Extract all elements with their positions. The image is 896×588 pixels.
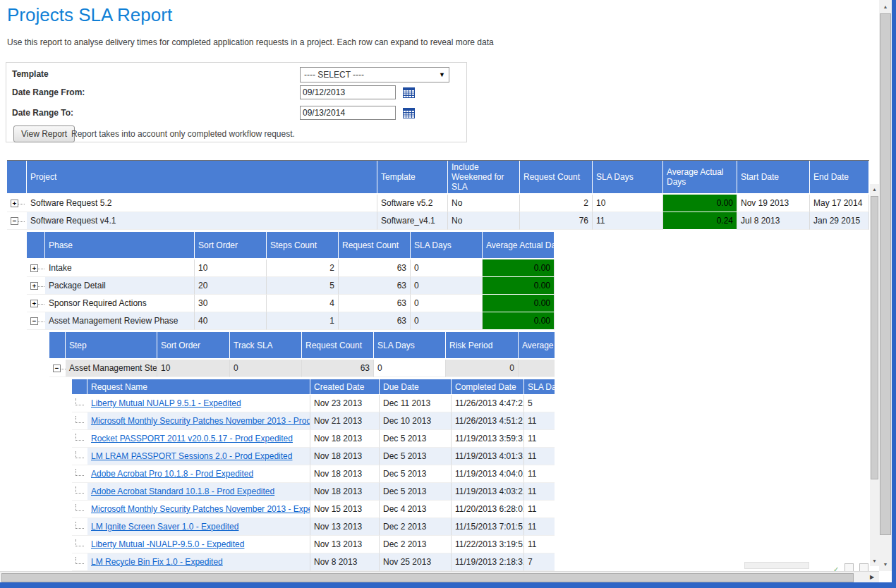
sort-order-cell: 10 [157, 360, 230, 377]
col-template: Template [377, 161, 448, 195]
request-link[interactable]: Adobe Acrobat Standard 10.1.8 - Prod Exp… [91, 486, 274, 496]
window-border-right [892, 0, 896, 588]
completed-date-cell: 11/20/2013 6:28:0... [452, 501, 524, 518]
created-date-cell: Nov 18 2013 [310, 448, 380, 465]
grid-vertical-scrollbar[interactable]: ▲ ▼ [870, 184, 879, 566]
report-page-content: Projects SLA Report Use this report to a… [0, 0, 879, 571]
due-date-cell: Nov 25 2013 [380, 553, 452, 571]
view-report-button[interactable]: View Report [13, 125, 75, 142]
col-sort-order: Sort Order [157, 332, 230, 360]
clipped-footer-box [859, 563, 868, 571]
request-link[interactable]: LM LRAM PASSPORT Sessions 2.0 - Prod Exp… [91, 451, 292, 461]
date-from-calendar-icon[interactable] [403, 87, 416, 99]
tree-leaf-icon [75, 539, 84, 546]
col-request-count: Request Count [339, 232, 411, 259]
request-link[interactable]: LM Recycle Bin Fix 1.0 - Expedited [91, 557, 223, 567]
col-include-weekend: Include Weekened for SLA [448, 161, 520, 195]
clipped-grid-footer: ✓ [744, 562, 875, 570]
include-weekend-cell: No [448, 195, 520, 212]
project-cell: Software Request v4.1 [27, 212, 377, 230]
date-to-input[interactable] [300, 106, 396, 120]
phase-row: + Sponsor Required Actions 30 4 63 0 0.0… [27, 295, 555, 312]
phase-cell: Sponsor Required Actions [45, 295, 195, 312]
sla-days-cell: 11 [524, 518, 555, 536]
scroll-down-arrow-icon[interactable]: ▼ [870, 556, 879, 566]
request-link[interactable]: Rocket PASSPORT 2011 v20.0.5.17 - Prod E… [91, 434, 293, 443]
scroll-right-arrow-icon[interactable]: ▶ [867, 572, 877, 582]
request-link[interactable]: Liberty Mutual -NUALP-9.5.0 - Expedited [91, 539, 244, 549]
tree-leaf-icon [75, 504, 84, 511]
due-date-cell: Dec 5 2013 [380, 465, 452, 483]
collapse-icon[interactable]: − [53, 365, 61, 372]
avg-actual-days-cell: 0.00 [483, 312, 555, 330]
expand-icon[interactable]: + [11, 200, 18, 207]
project-row: + Software Request 5.2 Software v5.2 No … [7, 195, 869, 212]
tree-leaf-icon [75, 486, 84, 494]
tree-dots [38, 303, 44, 305]
page-scrollbar-thumb[interactable] [880, 13, 891, 535]
template-select[interactable]: ---- SELECT ---- ▼ [300, 67, 449, 82]
created-date-cell: Nov 21 2013 [310, 412, 380, 430]
col-end-date: End Date [810, 161, 869, 195]
request-link[interactable]: LM Ignite Screen Saver 1.0 - Expedited [91, 522, 238, 532]
scroll-down-arrow-icon[interactable]: ▼ [879, 559, 892, 570]
filter-panel: Template ---- SELECT ---- ▼ Date Range F… [6, 62, 467, 142]
horizontal-scrollbar[interactable]: ▶ [0, 571, 879, 583]
tree-dots [38, 321, 44, 322]
track-sla-cell: 0 [230, 360, 302, 377]
date-to-calendar-icon[interactable] [403, 107, 416, 119]
request-count-cell: 63 [339, 277, 411, 295]
col-due-date: Due Date [380, 379, 452, 395]
template-selected-value: ---- SELECT ---- [304, 70, 364, 80]
tree-leaf-icon [75, 522, 84, 529]
completed-date-cell: 11/22/2013 3:19:5... [452, 536, 524, 553]
clipped-footer-box [844, 563, 854, 571]
col-start-date: Start Date [737, 161, 810, 195]
end-date-cell: May 17 2014 [810, 195, 869, 212]
step-row: − Asset Management Step 10 0 63 0 0 0.00 [49, 360, 555, 377]
requests-grid-header: Request Name Created Date Due Date Compl… [72, 379, 555, 395]
page-title: Projects SLA Report [7, 4, 879, 26]
end-date-cell: Jan 29 2015 [810, 212, 869, 230]
request-row: Liberty Mutual -NUALP-9.5.0 - Expedited … [72, 536, 555, 553]
expand-icon[interactable]: + [30, 282, 38, 290]
sla-days-cell: 11 [524, 430, 555, 448]
dropdown-arrow-icon: ▼ [439, 68, 445, 82]
expand-icon[interactable]: + [30, 300, 38, 307]
sla-days-cell: 11 [524, 501, 555, 518]
start-date-cell: Nov 19 2013 [737, 195, 810, 212]
scroll-up-arrow-icon[interactable]: ▲ [879, 1, 892, 12]
scroll-up-arrow-icon[interactable]: ▲ [870, 184, 879, 195]
request-link[interactable]: Adobe Acrobat Pro 10.1.8 - Prod Expedite… [91, 469, 253, 479]
horizontal-scrollbar-thumb[interactable] [1, 573, 854, 582]
sort-order-cell: 30 [195, 295, 267, 312]
sla-days-cell: 11 [593, 212, 663, 230]
request-link[interactable]: Microsoft Monthly Security Patches Novem… [91, 504, 310, 514]
avg-actual-days-cell: 0.00 [483, 277, 555, 295]
grid-scrollbar-thumb[interactable] [871, 196, 878, 479]
sla-days-cell: 0 [411, 312, 483, 330]
created-date-cell: Nov 8 2013 [310, 553, 380, 571]
project-cell: Software Request 5.2 [27, 195, 377, 212]
due-date-cell: Dec 10 2013 [380, 412, 452, 430]
avg-actual-days-cell: 0.00 [483, 259, 555, 277]
request-link[interactable]: Microsoft Monthly Security Patches Novem… [91, 416, 310, 426]
tree-leaf-icon [75, 557, 84, 564]
request-row: Adobe Acrobat Pro 10.1.8 - Prod Expedite… [72, 465, 555, 483]
tree-dots [38, 286, 44, 287]
sla-days-cell: 0 [411, 259, 483, 277]
collapse-icon[interactable]: − [30, 317, 38, 325]
date-from-input[interactable] [300, 85, 396, 99]
avg-actual-days-cell: 0.00 [519, 360, 555, 377]
expand-icon[interactable]: + [30, 264, 38, 272]
request-row: Microsoft Monthly Security Patches Novem… [72, 501, 555, 518]
start-date-cell: Jul 8 2013 [737, 212, 810, 230]
include-weekend-cell: No [448, 212, 520, 230]
avg-actual-days-cell: 0.24 [663, 212, 737, 230]
request-link[interactable]: Liberty Mutual NUALP 9.5.1 - Expedited [91, 398, 241, 408]
created-date-cell: Nov 18 2013 [310, 430, 380, 448]
collapse-icon[interactable]: − [11, 217, 18, 225]
view-report-note: Report takes into account only completed… [71, 129, 295, 139]
page-vertical-scrollbar[interactable]: ▲ ▼ [879, 0, 892, 571]
request-row: LM Ignite Screen Saver 1.0 - Expedited N… [72, 518, 555, 536]
